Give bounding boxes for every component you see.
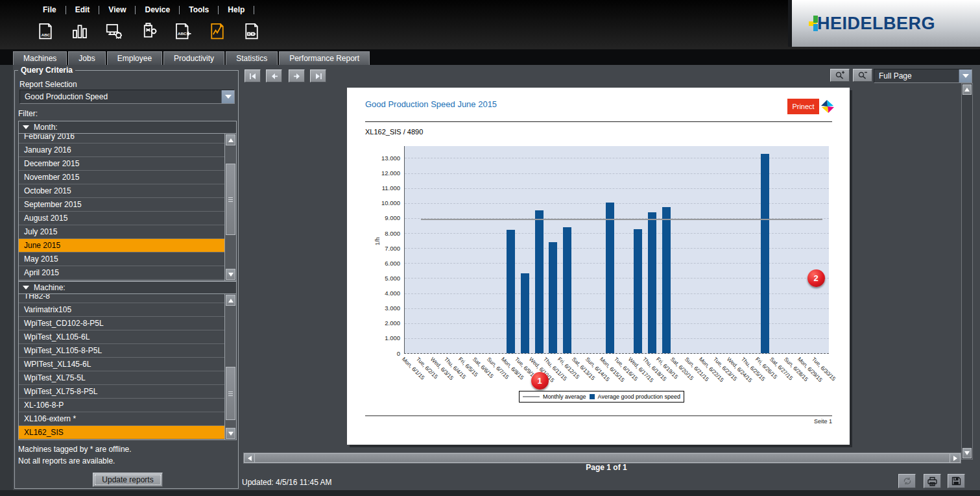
scroll-down-icon[interactable] [226, 428, 235, 439]
menu-help[interactable]: Help [219, 5, 254, 14]
list-item[interactable]: December 2015 [19, 157, 224, 171]
scroll-up-icon[interactable] [962, 84, 972, 95]
list-item[interactable]: WPITest_XL145-6L [19, 358, 224, 371]
list-item[interactable]: WpiTest_XL105-8-P5L [19, 344, 224, 358]
list-item[interactable]: TH82-8 [19, 294, 224, 303]
list-item[interactable]: XL162_SIS [19, 426, 224, 440]
text-report-icon[interactable]: ABC [34, 19, 57, 43]
last-page-button[interactable] [310, 69, 326, 82]
previous-page-button[interactable] [266, 69, 282, 82]
list-item[interactable]: February 2016 [19, 134, 224, 143]
list-item[interactable]: July 2015 [19, 225, 224, 239]
machine-section-label: Machine: [34, 283, 66, 292]
menu-edit[interactable]: Edit [66, 5, 99, 14]
print-button[interactable] [924, 474, 941, 488]
scroll-right-icon[interactable] [950, 453, 961, 463]
bar-Thu, 6/18/15 [648, 212, 656, 353]
menu-bar: File Edit View Device Tools Help [34, 4, 254, 16]
system-settings-icon[interactable] [102, 19, 126, 43]
y-tick-label: 10.000 [369, 199, 400, 206]
list-item[interactable]: October 2015 [19, 184, 224, 198]
month-scroll-thumb[interactable] [226, 164, 235, 235]
list-item[interactable]: WpiTest_XL75-8-P5L [19, 385, 224, 399]
tab-jobs[interactable]: Jobs [68, 51, 105, 66]
y-tick-label: 6.000 [369, 260, 400, 267]
y-tick-label: 1.000 [369, 334, 400, 341]
list-item[interactable]: XL-106-8-P [19, 399, 224, 412]
device-settings-icon[interactable] [137, 19, 160, 43]
scroll-up-icon[interactable] [226, 295, 235, 306]
tab-employee[interactable]: Employee [107, 51, 162, 66]
first-page-button[interactable] [245, 69, 261, 82]
preview-horizontal-scrollbar[interactable] [243, 453, 961, 464]
tab-performance-report[interactable]: Performance Report [279, 51, 370, 66]
menu-file[interactable]: File [34, 5, 66, 14]
svg-text:ABC: ABC [178, 31, 187, 36]
chevron-down-icon[interactable] [959, 69, 972, 82]
tab-statistics[interactable]: Statistics [226, 51, 278, 66]
list-item[interactable]: WpiTest_CD102-8-P5L [19, 317, 224, 330]
list-item[interactable]: May 2015 [19, 253, 224, 266]
tab-productivity[interactable]: Productivity [163, 51, 224, 66]
scroll-down-icon[interactable] [226, 269, 235, 280]
save-button[interactable] [948, 474, 965, 488]
month-list-scrollbar[interactable] [224, 134, 236, 280]
list-item[interactable]: August 2015 [19, 212, 224, 225]
y-tick-label: 8.000 [369, 230, 400, 237]
svg-text:ABC: ABC [42, 32, 51, 37]
y-tick-label: 5.000 [369, 275, 400, 282]
next-page-button[interactable] [289, 69, 305, 82]
scroll-up-icon[interactable] [226, 134, 235, 145]
machine-list: TH82-8Varimatrix105WpiTest_CD102-8-P5LWp… [18, 293, 237, 440]
zoom-out-button[interactable] [853, 69, 872, 82]
list-item[interactable]: September 2015 [19, 198, 224, 212]
list-item[interactable]: June 2015 [19, 239, 224, 253]
horizontal-scroll-thumb[interactable] [254, 453, 950, 463]
report-title: Good Production Speed June 2015 [365, 99, 497, 109]
list-item[interactable]: Varimatrix105 [19, 303, 224, 317]
bottom-edge [0, 490, 980, 496]
zoom-in-button[interactable] [830, 69, 850, 82]
list-item[interactable]: WpiTest_XL105-6L [19, 330, 224, 344]
monthly-average-line [421, 219, 822, 220]
scroll-left-icon[interactable] [244, 453, 255, 463]
update-reports-button[interactable]: Update reports [93, 473, 163, 487]
page-scale-dropdown[interactable]: Full Page [874, 69, 972, 83]
legend-monthly-average: Monthly average [543, 393, 586, 400]
list-item[interactable]: January 2016 [19, 143, 224, 157]
list-item[interactable]: XL106-extern * [19, 412, 224, 426]
month-section-header[interactable]: Month: [18, 121, 237, 134]
list-item[interactable]: WpiTest_XL75-5L [19, 371, 224, 385]
preview-vertical-scrollbar[interactable] [961, 83, 973, 460]
scroll-down-icon[interactable] [962, 448, 972, 458]
bar-Mon, 6/8/15 [507, 230, 515, 353]
collapse-triangle-icon [23, 286, 29, 290]
tab-machines[interactable]: Machines [13, 51, 67, 66]
report-selection-label: Report Selection [19, 80, 77, 89]
machine-section-header[interactable]: Machine: [18, 281, 237, 294]
machine-list-scrollbar[interactable] [224, 294, 236, 440]
menu-tools[interactable]: Tools [180, 5, 218, 14]
prinect-pinwheel-icon [820, 99, 835, 116]
report-preview-area: Full Page Good Production Speed June 201… [241, 65, 980, 490]
app-window: { "app": { "menu": { "items": [ {"label"… [0, 0, 980, 496]
prinect-logo: Prinect [787, 99, 819, 114]
chevron-down-icon[interactable] [221, 90, 234, 103]
query-criteria-title: Query Criteria [18, 66, 75, 75]
performance-report-icon[interactable] [206, 19, 229, 43]
content-area: Query Criteria Report Selection Good Pro… [0, 65, 980, 490]
machine-scroll-thumb[interactable] [226, 367, 235, 420]
y-tick-label: 3.000 [369, 304, 400, 312]
report-selection-value: Good Production Speed [20, 92, 221, 101]
page-indicator: Page 1 of 1 [241, 463, 972, 472]
report-import-icon[interactable]: ABC [171, 19, 195, 43]
refresh-button[interactable] [898, 474, 916, 488]
menu-device[interactable]: Device [136, 5, 179, 14]
heidelberg-logo: HEIDELBERG [809, 14, 935, 34]
report-selection-dropdown[interactable]: Good Production Speed [19, 90, 235, 104]
menu-view[interactable]: View [99, 5, 135, 14]
list-item[interactable]: April 2015 [19, 266, 224, 280]
bar-chart-report-icon[interactable] [68, 19, 91, 43]
list-item[interactable]: November 2015 [19, 171, 224, 184]
process-sequence-report-icon[interactable] [240, 19, 263, 43]
